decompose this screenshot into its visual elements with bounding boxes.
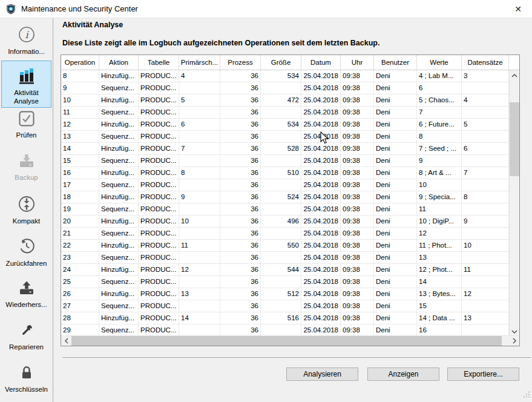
table-cell[interactable]: 6: [462, 143, 509, 154]
table-cell[interactable]: 25.04.2018: [301, 288, 341, 300]
table-cell[interactable]: 36: [220, 325, 261, 336]
table-cell[interactable]: 09:38: [341, 155, 374, 166]
table-cell[interactable]: Deni: [374, 70, 417, 82]
table-cell[interactable]: 7 ; Seed ; ...: [417, 143, 462, 154]
table-cell[interactable]: Deni: [374, 143, 417, 154]
table-cell[interactable]: 7: [417, 107, 462, 118]
column-header[interactable]: Aktion: [99, 55, 139, 70]
table-row[interactable]: 21Sequenz...PRODUC...3625.04.201809:38De…: [61, 228, 509, 240]
table-cell[interactable]: 11: [61, 107, 99, 118]
table-cell[interactable]: 09:38: [341, 94, 374, 106]
table-cell[interactable]: 534: [261, 70, 301, 82]
table-cell[interactable]: Sequenz...: [99, 276, 139, 288]
table-row[interactable]: 22Hinzufüg...PRODUC...113655025.04.20180…: [61, 240, 509, 252]
table-cell[interactable]: [462, 228, 509, 239]
table-cell[interactable]: 5: [462, 119, 509, 130]
table-cell[interactable]: 20: [61, 216, 99, 227]
table-row[interactable]: 17Sequenz...PRODUC...3625.04.201809:38De…: [61, 179, 509, 191]
table-cell[interactable]: 25.04.2018: [301, 252, 341, 263]
table-cell[interactable]: 29: [61, 325, 99, 336]
table-cell[interactable]: [179, 131, 220, 142]
table-cell[interactable]: 36: [220, 276, 261, 288]
table-cell[interactable]: 14: [417, 276, 462, 288]
table-cell[interactable]: 10: [61, 94, 99, 106]
table-cell[interactable]: 10: [417, 179, 462, 191]
table-cell[interactable]: 36: [220, 167, 261, 179]
table-cell[interactable]: 12: [61, 119, 99, 130]
table-cell[interactable]: Hinzufüg...: [99, 216, 139, 227]
table-cell[interactable]: 21: [61, 228, 99, 239]
table-cell[interactable]: Deni: [374, 252, 417, 263]
table-cell[interactable]: PRODUC...: [139, 216, 179, 227]
table-cell[interactable]: 09:38: [341, 167, 374, 179]
table-cell[interactable]: 4: [179, 70, 220, 82]
table-cell[interactable]: Sequenz...: [99, 325, 139, 336]
table-cell[interactable]: 6: [179, 119, 220, 130]
table-cell[interactable]: 23: [61, 252, 99, 263]
table-cell[interactable]: 25.04.2018: [301, 167, 341, 179]
table-cell[interactable]: 25.04.2018: [301, 119, 341, 130]
table-cell[interactable]: 9 ; Specia...: [417, 191, 462, 203]
table-cell[interactable]: 10: [462, 240, 509, 251]
table-cell[interactable]: PRODUC...: [139, 179, 179, 191]
table-cell[interactable]: 5: [179, 94, 220, 106]
table-cell[interactable]: 4 ; Lab M...: [417, 70, 462, 82]
table-cell[interactable]: 36: [220, 203, 261, 215]
table-cell[interactable]: [261, 203, 301, 215]
table-cell[interactable]: PRODUC...: [139, 94, 179, 106]
table-cell[interactable]: 25.04.2018: [301, 94, 341, 106]
table-cell[interactable]: Sequenz...: [99, 203, 139, 215]
table-cell[interactable]: 14: [61, 143, 99, 154]
table-cell[interactable]: 12: [417, 228, 462, 239]
table-cell[interactable]: PRODUC...: [139, 119, 179, 130]
table-cell[interactable]: Deni: [374, 325, 417, 336]
table-cell[interactable]: 534: [261, 119, 301, 130]
table-cell[interactable]: PRODUC...: [139, 228, 179, 239]
table-cell[interactable]: Deni: [374, 131, 417, 142]
table-cell[interactable]: 36: [220, 288, 261, 300]
table-cell[interactable]: Deni: [374, 155, 417, 166]
table-cell[interactable]: 8 ; Art & ...: [417, 167, 462, 179]
table-cell[interactable]: 13: [462, 312, 509, 324]
table-cell[interactable]: Deni: [374, 228, 417, 239]
table-cell[interactable]: Hinzufüg...: [99, 94, 139, 106]
table-cell[interactable]: 36: [220, 143, 261, 154]
table-cell[interactable]: PRODUC...: [139, 300, 179, 312]
table-cell[interactable]: Sequenz...: [99, 82, 139, 94]
table-cell[interactable]: [179, 107, 220, 118]
table-cell[interactable]: 09:38: [341, 264, 374, 275]
table-cell[interactable]: 25.04.2018: [301, 143, 341, 154]
table-cell[interactable]: PRODUC...: [139, 240, 179, 251]
table-cell[interactable]: 09:38: [341, 216, 374, 227]
table-cell[interactable]: Deni: [374, 276, 417, 288]
table-cell[interactable]: 09:38: [341, 179, 374, 191]
table-cell[interactable]: 25.04.2018: [301, 70, 341, 82]
table-cell[interactable]: Deni: [374, 300, 417, 312]
table-cell[interactable]: PRODUC...: [139, 82, 179, 94]
table-cell[interactable]: 11: [417, 203, 462, 215]
table-row[interactable]: 13Sequenz...PRODUC...3625.04.201809:38De…: [61, 131, 509, 143]
table-row[interactable]: 12Hinzufüg...PRODUC...63653425.04.201809…: [61, 119, 509, 131]
table-cell[interactable]: 09:38: [341, 143, 374, 154]
table-cell[interactable]: Deni: [374, 203, 417, 215]
table-cell[interactable]: 25.04.2018: [301, 131, 341, 142]
table-cell[interactable]: [462, 82, 509, 94]
table-cell[interactable]: 6 ; Future...: [417, 119, 462, 130]
table-cell[interactable]: 25.04.2018: [301, 240, 341, 251]
table-cell[interactable]: Hinzufüg...: [99, 312, 139, 324]
table-cell[interactable]: [179, 276, 220, 288]
table-cell[interactable]: 14: [179, 312, 220, 324]
table-row[interactable]: 14Hinzufüg...PRODUC...73652825.04.201809…: [61, 143, 509, 155]
table-cell[interactable]: 25.04.2018: [301, 191, 341, 203]
sidebar-item-information[interactable]: i Informatio...: [0, 25, 53, 56]
table-cell[interactable]: Deni: [374, 288, 417, 300]
table-cell[interactable]: 27: [61, 300, 99, 312]
sidebar-item-rollback[interactable]: Zurückfahren: [0, 237, 53, 268]
table-cell[interactable]: 8: [179, 167, 220, 179]
table-cell[interactable]: [261, 131, 301, 142]
table-cell[interactable]: [462, 155, 509, 166]
table-cell[interactable]: 9: [179, 191, 220, 203]
table-cell[interactable]: 18: [61, 191, 99, 203]
table-cell[interactable]: PRODUC...: [139, 203, 179, 215]
table-cell[interactable]: 3: [462, 70, 509, 82]
